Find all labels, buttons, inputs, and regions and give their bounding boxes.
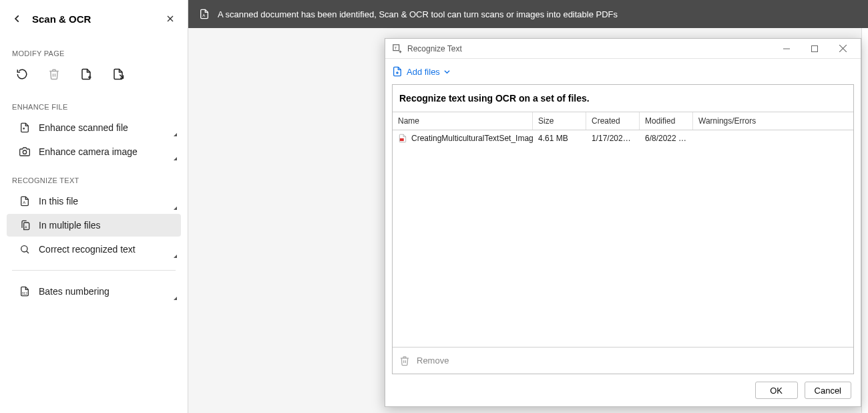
dialog-heading: Recognize text using OCR on a set of fil… (393, 85, 853, 112)
modify-toolbar (0, 61, 188, 91)
magnify-icon (19, 243, 31, 255)
pdf-icon (398, 134, 407, 143)
dialog-inner-footer: Remove (393, 347, 853, 374)
insert-page-icon[interactable] (79, 67, 93, 82)
svg-rect-18 (812, 45, 818, 51)
sidebar-item-label: In this file (39, 196, 78, 206)
sidebar-title: Scan & OCR (32, 13, 164, 25)
recognize-text-dialog: T Recognize Text Add files Recognize tex… (385, 38, 861, 407)
add-files-button[interactable]: Add files (392, 66, 450, 77)
svg-point-6 (23, 150, 26, 154)
sidebar-item-in-this-file[interactable]: A In this file (7, 190, 181, 213)
dialog-footer: OK Cancel (385, 374, 861, 406)
close-icon[interactable] (164, 12, 177, 25)
divider (12, 270, 176, 271)
files-icon: A (19, 219, 31, 231)
file-name: CreatingMulticulturalTextSet_Imag… (411, 134, 533, 143)
col-name[interactable]: Name (393, 112, 533, 130)
file-list[interactable]: CreatingMulticulturalTextSet_Imag… 4.61 … (393, 130, 853, 347)
submenu-indicator-icon (174, 133, 177, 136)
submenu-indicator-icon (174, 255, 177, 258)
svg-text:012: 012 (22, 292, 27, 295)
sidebar-item-in-multiple-files[interactable]: A In multiple files (7, 214, 181, 237)
sidebar-item-enhance-camera[interactable]: Enhance camera image (7, 140, 181, 163)
table-row[interactable]: CreatingMulticulturalTextSet_Imag… 4.61 … (393, 130, 853, 146)
sidebar-item-label: Correct recognized text (39, 244, 136, 255)
dialog-body: Recognize text using OCR on a set of fil… (392, 84, 854, 374)
sidebar: Scan & OCR MODIFY PAGE ENHANCE FILE Enha… (0, 0, 188, 413)
file-warn (693, 130, 853, 146)
sidebar-item-label: In multiple files (39, 220, 101, 231)
sidebar-item-correct-text[interactable]: Correct recognized text (7, 238, 181, 261)
svg-text:A: A (202, 13, 205, 17)
scan-file-icon (19, 122, 31, 134)
file-created: 1/17/2023 2:1… (586, 130, 640, 146)
submenu-indicator-icon (174, 206, 177, 210)
section-enhance-label: ENHANCE FILE (0, 91, 188, 115)
sidebar-item-label: Enhance camera image (39, 146, 138, 157)
svg-rect-23 (400, 138, 404, 141)
bates-icon: 012 (19, 285, 31, 297)
right-panel-edge (861, 28, 868, 413)
file-modified: 6/8/2022 6:5… (640, 130, 693, 146)
svg-point-9 (21, 246, 27, 252)
sidebar-item-enhance-scanned[interactable]: Enhance scanned file (7, 116, 181, 139)
submenu-indicator-icon (174, 297, 177, 300)
close-button[interactable] (831, 39, 854, 58)
recognize-text-icon: T (392, 43, 402, 53)
remove-label[interactable]: Remove (417, 356, 449, 366)
col-warnings[interactable]: Warnings/Errors (693, 112, 853, 130)
trash-icon[interactable] (47, 67, 61, 82)
info-banner: A A scanned document has been identified… (188, 0, 868, 28)
scan-doc-icon: A (199, 9, 210, 19)
extract-page-icon[interactable] (111, 67, 126, 82)
dialog-toolbar: Add files (385, 59, 861, 84)
section-recognize-label: RECOGNIZE TEXT (0, 164, 188, 188)
banner-text: A scanned document has been identified, … (218, 9, 618, 19)
add-files-label: Add files (407, 67, 440, 77)
file-size: 4.61 MB (533, 130, 586, 146)
col-size[interactable]: Size (533, 112, 586, 130)
svg-text:A: A (25, 225, 27, 229)
camera-icon (19, 146, 31, 158)
back-icon[interactable] (11, 12, 24, 25)
maximize-button[interactable] (803, 39, 826, 58)
sidebar-item-label: Enhance scanned file (39, 122, 128, 133)
submenu-indicator-icon (174, 157, 177, 160)
file-text-icon: A (19, 195, 31, 207)
sidebar-header: Scan & OCR (0, 0, 188, 37)
table-header: Name Size Created Modified Warnings/Erro… (393, 112, 853, 130)
section-modify-label: MODIFY PAGE (0, 37, 188, 61)
sidebar-item-bates[interactable]: 012 Bates numbering (7, 280, 181, 303)
ok-button[interactable]: OK (755, 382, 798, 399)
svg-line-10 (27, 251, 29, 253)
col-created[interactable]: Created (586, 112, 640, 130)
dialog-title: Recognize Text (407, 44, 462, 53)
minimize-button[interactable] (775, 39, 798, 58)
dialog-titlebar: T Recognize Text (385, 39, 861, 59)
cancel-button[interactable]: Cancel (805, 382, 851, 399)
svg-point-5 (23, 128, 24, 129)
sidebar-item-label: Bates numbering (39, 286, 110, 297)
col-modified[interactable]: Modified (640, 112, 693, 130)
trash-icon (399, 356, 410, 366)
svg-text:A: A (23, 200, 25, 204)
svg-text:T: T (395, 45, 397, 50)
rotate-icon[interactable] (15, 67, 29, 82)
chevron-down-icon (444, 69, 450, 75)
